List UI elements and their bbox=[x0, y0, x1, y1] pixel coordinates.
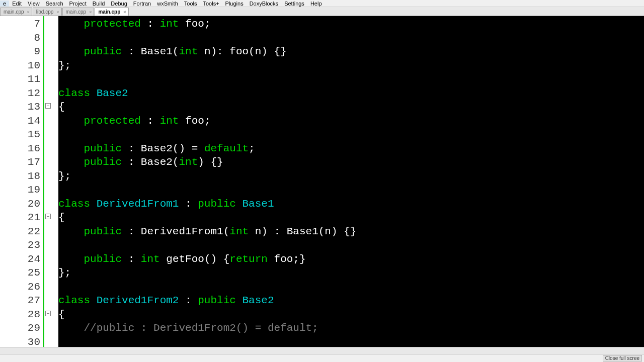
code-line[interactable]: class Base2 bbox=[58, 86, 644, 101]
line-number: 20 bbox=[0, 197, 40, 211]
line-number: 25 bbox=[0, 266, 40, 280]
line-number: 13 bbox=[0, 100, 40, 114]
line-number: 23 bbox=[0, 238, 40, 252]
code-area[interactable]: protected : int foo; public : Base1(int … bbox=[58, 16, 644, 347]
line-number: 29 bbox=[0, 321, 40, 335]
menu-edit[interactable]: Edit bbox=[9, 1, 25, 7]
code-line[interactable] bbox=[58, 335, 644, 347]
statusbar: Close full scree bbox=[0, 354, 644, 362]
editor[interactable]: 7891011121314151617181920212223242526272… bbox=[0, 16, 644, 347]
tab-label: main.cpp bbox=[4, 9, 24, 15]
close-fullscreen-button[interactable]: Close full scree bbox=[603, 355, 642, 361]
code-line[interactable]: public : Derived1From1(int n) : Base1(n)… bbox=[58, 225, 644, 239]
code-line[interactable] bbox=[58, 128, 644, 142]
code-line[interactable]: class Derived1From2 : public Base2 bbox=[58, 294, 644, 308]
code-line[interactable]: public : Base2(int) {} bbox=[58, 155, 644, 169]
line-number-gutter: 7891011121314151617181920212223242526272… bbox=[0, 16, 44, 347]
menu-tools[interactable]: Tools bbox=[181, 1, 200, 7]
close-icon[interactable]: × bbox=[56, 10, 59, 15]
line-number: 26 bbox=[0, 280, 40, 294]
line-number: 11 bbox=[0, 72, 40, 86]
close-icon[interactable]: × bbox=[89, 10, 92, 15]
code-line[interactable]: public : Base2() = default; bbox=[58, 142, 644, 156]
code-line[interactable]: { bbox=[58, 308, 644, 322]
menu-doxyblocks[interactable]: DoxyBlocks bbox=[247, 1, 281, 7]
line-number: 12 bbox=[0, 86, 40, 101]
code-line[interactable] bbox=[58, 238, 644, 252]
menu-view[interactable]: View bbox=[25, 1, 43, 7]
horizontal-scrollbar[interactable] bbox=[0, 347, 644, 354]
code-line[interactable]: public : int getFoo() {return foo;} bbox=[58, 252, 644, 266]
line-number: 14 bbox=[0, 114, 40, 128]
code-line[interactable]: public : Base1(int n): foo(n) {} bbox=[58, 45, 644, 59]
code-line[interactable] bbox=[58, 280, 644, 294]
menu-plugins[interactable]: Plugins bbox=[222, 1, 247, 7]
line-number: 15 bbox=[0, 128, 40, 142]
line-number: 9 bbox=[0, 45, 40, 59]
fold-toggle-icon[interactable] bbox=[45, 103, 51, 109]
menu-search[interactable]: Search bbox=[43, 1, 66, 7]
line-number: 8 bbox=[0, 31, 40, 45]
menu-e[interactable]: e bbox=[0, 1, 9, 7]
fold-toggle-icon[interactable] bbox=[45, 311, 51, 316]
line-number: 7 bbox=[0, 17, 40, 31]
menu-tools[interactable]: Tools+ bbox=[200, 1, 222, 7]
code-line[interactable]: }; bbox=[58, 169, 644, 184]
line-number: 17 bbox=[0, 155, 40, 169]
line-number: 28 bbox=[0, 308, 40, 322]
fold-toggle-icon[interactable] bbox=[45, 214, 51, 219]
menu-fortran[interactable]: Fortran bbox=[130, 1, 154, 7]
code-line[interactable] bbox=[58, 72, 644, 86]
code-line[interactable]: class Derived1From1 : public Base1 bbox=[58, 197, 644, 211]
code-line[interactable]: protected : int foo; bbox=[58, 114, 644, 128]
close-icon[interactable]: × bbox=[27, 10, 30, 15]
close-icon[interactable]: × bbox=[123, 10, 126, 15]
line-number: 24 bbox=[0, 252, 40, 266]
line-number: 16 bbox=[0, 142, 40, 156]
tab-label: libd.cpp bbox=[36, 9, 53, 15]
menu-help[interactable]: Help bbox=[307, 1, 325, 7]
line-number: 27 bbox=[0, 294, 40, 308]
code-line[interactable]: protected : int foo; bbox=[58, 17, 644, 31]
tab-label: main.cpp bbox=[66, 9, 87, 15]
code-line[interactable] bbox=[58, 31, 644, 45]
line-number: 22 bbox=[0, 225, 40, 239]
tab-maincpp[interactable]: main.cpp× bbox=[0, 8, 32, 16]
menu-build[interactable]: Build bbox=[90, 1, 108, 7]
tab-libdcpp[interactable]: libd.cpp× bbox=[33, 8, 62, 16]
tab-label: main.cpp bbox=[98, 9, 120, 15]
line-number: 21 bbox=[0, 211, 40, 225]
menu-wxsmith[interactable]: wxSmith bbox=[154, 1, 181, 7]
tab-maincpp[interactable]: main.cpp× bbox=[62, 8, 95, 16]
code-line[interactable]: //public : Derived1From2() = default; bbox=[58, 321, 644, 335]
code-line[interactable]: { bbox=[58, 100, 644, 114]
code-line[interactable]: }; bbox=[58, 266, 644, 280]
line-number: 10 bbox=[0, 59, 40, 73]
menubar: eEditViewSearchProjectBuildDebugFortranw… bbox=[0, 0, 644, 7]
line-number: 18 bbox=[0, 169, 40, 184]
code-line[interactable] bbox=[58, 183, 644, 197]
menu-debug[interactable]: Debug bbox=[108, 1, 130, 7]
tab-maincpp[interactable]: main.cpp× bbox=[95, 8, 128, 16]
line-number: 30 bbox=[0, 335, 40, 347]
fold-column[interactable] bbox=[44, 16, 58, 347]
line-number: 19 bbox=[0, 183, 40, 197]
code-line[interactable]: { bbox=[58, 211, 644, 225]
menu-project[interactable]: Project bbox=[66, 1, 90, 7]
tabbar: main.cpp×libd.cpp×main.cpp×main.cpp× bbox=[0, 7, 644, 16]
code-line[interactable]: }; bbox=[58, 59, 644, 73]
menu-settings[interactable]: Settings bbox=[281, 1, 307, 7]
